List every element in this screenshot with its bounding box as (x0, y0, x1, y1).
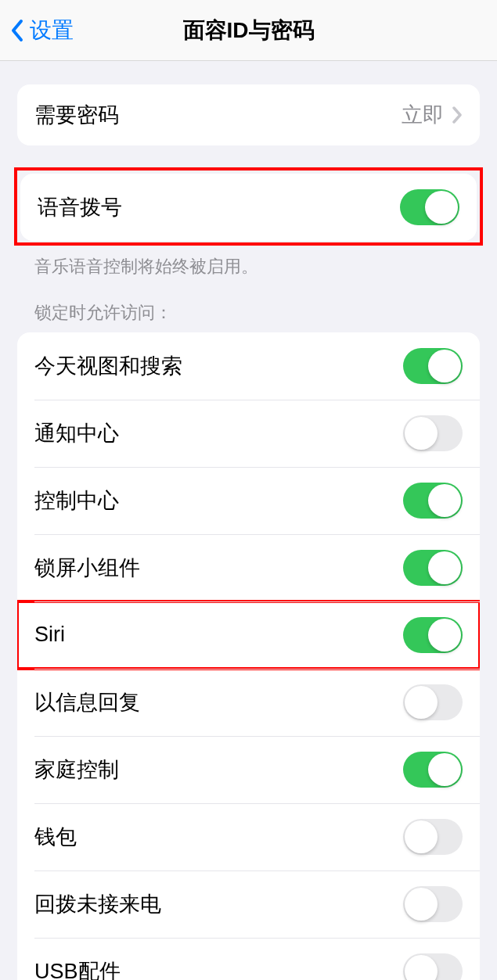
require-passcode-label: 需要密码 (34, 101, 402, 129)
lock-access-label: 今天视图和搜索 (34, 352, 403, 380)
lock-access-label: USB配件 (34, 957, 403, 980)
toggle-knob (428, 753, 461, 786)
chevron-right-icon (452, 106, 463, 124)
toggle-knob (405, 417, 438, 450)
voice-dial-highlight: 语音拨号 (14, 167, 483, 246)
voice-dial-toggle[interactable] (400, 189, 459, 225)
lock-access-row: 锁屏小组件 (17, 534, 480, 601)
require-passcode-value: 立即 (402, 101, 444, 129)
lock-access-label: 钱包 (34, 823, 403, 851)
lock-access-row: 家庭控制 (17, 736, 480, 803)
voice-dial-note: 音乐语音控制将始终被启用。 (17, 246, 480, 279)
lock-access-toggle[interactable] (403, 483, 463, 519)
page-title: 面容ID与密码 (183, 16, 315, 45)
lock-access-toggle[interactable] (403, 550, 463, 586)
voice-dial-label: 语音拨号 (38, 193, 400, 221)
lock-access-row: 控制中心 (17, 467, 480, 534)
toggle-knob (405, 888, 438, 921)
lock-access-label: 通知中心 (34, 419, 403, 447)
lock-access-row: 回拨未接来电 (17, 871, 480, 938)
lock-access-toggle[interactable] (403, 684, 463, 720)
lock-access-row: 通知中心 (17, 400, 480, 467)
lock-access-row: Siri (17, 601, 480, 669)
toggle-knob (405, 820, 438, 853)
lock-access-label: Siri (34, 623, 403, 647)
toggle-knob (428, 551, 461, 584)
lock-access-label: 家庭控制 (34, 756, 403, 784)
toggle-knob (405, 955, 438, 980)
lock-access-row: 钱包 (17, 803, 480, 871)
toggle-knob (425, 191, 458, 224)
lock-access-toggle[interactable] (403, 348, 463, 384)
voice-dial-row: 语音拨号 (20, 174, 477, 241)
lock-access-toggle[interactable] (403, 617, 463, 653)
header-bar: 设置 面容ID与密码 (0, 0, 497, 61)
lock-access-toggle[interactable] (403, 752, 463, 788)
lock-access-header: 锁定时允许访问： (17, 301, 480, 332)
toggle-knob (405, 686, 438, 719)
lock-access-toggle[interactable] (403, 886, 463, 922)
lock-access-row: 以信息回复 (17, 669, 480, 736)
lock-access-label: 锁屏小组件 (34, 554, 403, 582)
toggle-knob (428, 619, 461, 652)
lock-access-label: 控制中心 (34, 486, 403, 515)
lock-access-toggle[interactable] (403, 819, 463, 855)
lock-access-row: USB配件 (17, 938, 480, 980)
toggle-knob (428, 484, 461, 517)
lock-access-label: 回拨未接来电 (34, 890, 403, 918)
lock-access-row: 今天视图和搜索 (17, 332, 480, 400)
chevron-left-icon (9, 18, 25, 43)
lock-access-toggle[interactable] (403, 953, 463, 980)
lock-access-label: 以信息回复 (34, 688, 403, 716)
back-button[interactable]: 设置 (9, 16, 74, 45)
back-label: 设置 (30, 16, 74, 45)
toggle-knob (428, 350, 461, 382)
require-passcode-row[interactable]: 需要密码 立即 (17, 84, 480, 145)
lock-access-card: 今天视图和搜索通知中心控制中心锁屏小组件Siri以信息回复家庭控制钱包回拨未接来… (17, 332, 480, 980)
lock-access-toggle[interactable] (403, 415, 463, 451)
